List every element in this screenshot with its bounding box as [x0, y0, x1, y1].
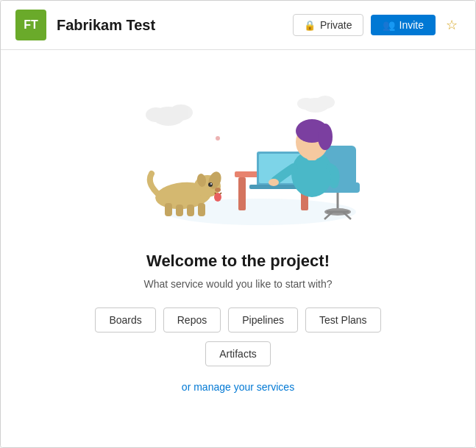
service-button-test-plans[interactable]: Test Plans — [305, 307, 381, 333]
service-button-pipelines[interactable]: Pipelines — [228, 307, 298, 333]
service-button-repos[interactable]: Repos — [163, 307, 221, 333]
manage-services-link[interactable]: or manage your services — [182, 381, 294, 393]
svg-point-2 — [169, 104, 193, 121]
welcome-title: Welcome to the project! — [146, 252, 330, 271]
service-buttons-row-1: Boards Repos Pipelines Test Plans — [95, 307, 380, 333]
invite-button[interactable]: 👥 Invite — [371, 15, 436, 35]
svg-rect-36 — [165, 203, 172, 216]
private-button[interactable]: 🔒 Private — [293, 14, 363, 36]
favorite-button[interactable]: ☆ — [443, 15, 461, 35]
app-window: FT Fabrikam Test 🔒 Private 👥 Invite ☆ — [0, 0, 476, 448]
lock-icon: 🔒 — [304, 20, 316, 31]
project-title: Fabrikam Test — [57, 17, 283, 34]
invite-label: Invite — [399, 19, 424, 31]
svg-point-7 — [216, 136, 220, 141]
star-icon: ☆ — [446, 18, 458, 32]
welcome-subtitle: What service would you like to start wit… — [144, 278, 333, 290]
service-button-boards[interactable]: Boards — [95, 307, 155, 333]
svg-rect-39 — [198, 203, 205, 216]
svg-point-27 — [269, 179, 279, 186]
service-button-artifacts[interactable]: Artifacts — [205, 341, 271, 366]
invite-icon: 👥 — [383, 19, 395, 31]
svg-rect-10 — [238, 177, 246, 210]
svg-point-32 — [208, 182, 213, 187]
svg-point-6 — [297, 98, 315, 110]
avatar-initials: FT — [24, 18, 38, 32]
svg-point-3 — [146, 107, 166, 122]
svg-point-5 — [316, 96, 335, 109]
svg-rect-38 — [187, 205, 194, 216]
service-buttons-row-2: Artifacts — [205, 341, 271, 366]
illustration — [99, 65, 378, 234]
svg-rect-37 — [176, 205, 183, 216]
svg-point-34 — [215, 188, 221, 192]
private-label: Private — [320, 19, 352, 31]
header: FT Fabrikam Test 🔒 Private 👥 Invite ☆ — [1, 1, 475, 50]
svg-point-35 — [214, 193, 221, 202]
project-avatar: FT — [15, 10, 46, 40]
svg-point-33 — [210, 183, 212, 185]
svg-point-26 — [318, 124, 333, 150]
header-actions: 🔒 Private 👥 Invite ☆ — [293, 14, 461, 36]
main-content: Welcome to the project! What service wou… — [1, 50, 475, 447]
